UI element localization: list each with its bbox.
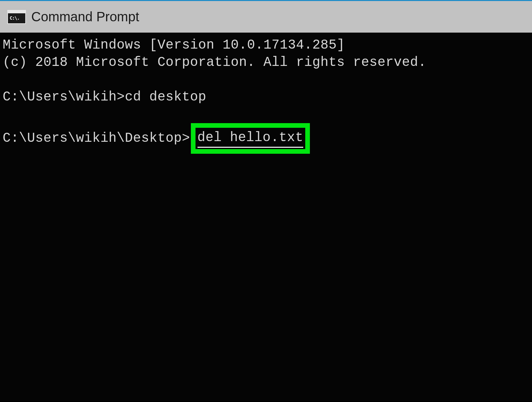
command-input-1: cd desktop xyxy=(125,89,206,106)
banner-copyright-line: (c) 2018 Microsoft Corporation. All righ… xyxy=(3,54,529,71)
terminal-output-area[interactable]: Microsoft Windows [Version 10.0.17134.28… xyxy=(0,33,532,401)
command-input-2: del hello.txt xyxy=(198,129,304,148)
banner-version-line: Microsoft Windows [Version 10.0.17134.28… xyxy=(3,37,529,54)
prompt-line-1: C:\Users\wikih>cd desktop xyxy=(3,89,529,106)
command-prompt-icon-label: C:\. xyxy=(10,15,20,21)
prompt-path-2: C:\Users\wikih\Desktop> xyxy=(3,130,190,147)
blank-line xyxy=(3,106,529,123)
highlighted-command-box: del hello.txt xyxy=(191,123,310,154)
prompt-path-1: C:\Users\wikih> xyxy=(3,89,125,106)
prompt-line-2: C:\Users\wikih\Desktop>del hello.txt xyxy=(3,123,529,154)
command-prompt-icon: C:\. xyxy=(7,10,26,24)
blank-line xyxy=(3,71,529,89)
window-title: Command Prompt xyxy=(31,9,139,24)
window-titlebar[interactable]: C:\. Command Prompt xyxy=(0,1,532,33)
